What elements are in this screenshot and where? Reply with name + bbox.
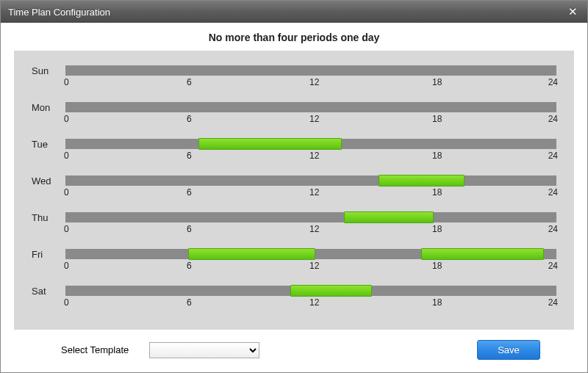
tick-label: 18 bbox=[432, 114, 442, 124]
tick-label: 12 bbox=[309, 261, 319, 271]
tick-label: 6 bbox=[187, 224, 192, 234]
day-row: Tue06121824 bbox=[32, 139, 556, 175]
close-icon[interactable]: ✕ bbox=[565, 4, 580, 19]
time-track[interactable] bbox=[65, 286, 556, 296]
tick-label: 12 bbox=[309, 187, 319, 198]
tick-label: 12 bbox=[309, 114, 319, 124]
day-label: Mon bbox=[32, 102, 65, 114]
tick-label: 0 bbox=[64, 261, 69, 271]
tick-label: 0 bbox=[64, 224, 69, 234]
tick-label: 24 bbox=[548, 151, 558, 161]
tick-row: 06121824 bbox=[65, 114, 556, 127]
day-label: Wed bbox=[32, 175, 65, 187]
tick-row: 06121824 bbox=[65, 261, 556, 274]
tick-label: 6 bbox=[187, 297, 192, 308]
track-wrap: 06121824 bbox=[65, 249, 556, 274]
tick-row: 06121824 bbox=[65, 224, 556, 237]
time-track[interactable] bbox=[65, 139, 556, 149]
tick-row: 06121824 bbox=[65, 77, 556, 90]
tick-label: 18 bbox=[432, 151, 442, 161]
time-track[interactable] bbox=[65, 175, 556, 186]
track-wrap: 06121824 bbox=[65, 212, 556, 237]
day-label: Tue bbox=[32, 139, 65, 151]
tick-label: 6 bbox=[187, 77, 192, 87]
tick-label: 12 bbox=[309, 151, 319, 161]
tick-label: 24 bbox=[548, 297, 558, 308]
track-wrap: 06121824 bbox=[65, 139, 556, 164]
template-select[interactable] bbox=[149, 342, 259, 358]
tick-label: 0 bbox=[64, 77, 69, 87]
tick-label: 0 bbox=[64, 297, 69, 308]
time-period[interactable] bbox=[198, 138, 342, 150]
tick-label: 24 bbox=[548, 114, 558, 124]
time-track[interactable] bbox=[65, 212, 556, 222]
schedule-grid: Sun06121824Mon06121824Tue06121824Wed0612… bbox=[14, 51, 574, 330]
tick-label: 24 bbox=[548, 187, 558, 198]
save-button[interactable]: Save bbox=[477, 340, 540, 360]
tick-label: 18 bbox=[432, 261, 442, 271]
time-track[interactable] bbox=[65, 249, 556, 259]
tick-row: 06121824 bbox=[65, 297, 556, 311]
tick-label: 12 bbox=[309, 297, 319, 308]
tick-label: 18 bbox=[432, 297, 442, 308]
tick-label: 6 bbox=[187, 261, 192, 271]
titlebar: Time Plan Configuration ✕ bbox=[1, 1, 587, 23]
tick-label: 12 bbox=[309, 224, 319, 234]
day-label: Fri bbox=[32, 249, 65, 261]
tick-label: 6 bbox=[187, 114, 192, 124]
tick-label: 0 bbox=[64, 187, 69, 198]
time-track[interactable] bbox=[65, 65, 556, 76]
tick-label: 6 bbox=[187, 187, 192, 198]
tick-row: 06121824 bbox=[65, 151, 556, 164]
day-label: Thu bbox=[32, 212, 65, 224]
time-period[interactable] bbox=[290, 285, 372, 297]
tick-label: 0 bbox=[64, 114, 69, 124]
day-row: Wed06121824 bbox=[32, 175, 556, 212]
footer: Select Template Save bbox=[1, 330, 587, 360]
instruction-text: No more than four periods one day bbox=[1, 23, 587, 51]
day-label: Sat bbox=[32, 286, 65, 297]
tick-label: 0 bbox=[64, 151, 69, 161]
tick-label: 24 bbox=[548, 77, 558, 87]
time-period[interactable] bbox=[344, 211, 434, 223]
day-row: Fri06121824 bbox=[32, 249, 556, 286]
tick-row: 06121824 bbox=[65, 187, 556, 200]
track-wrap: 06121824 bbox=[65, 175, 556, 200]
day-row: Thu06121824 bbox=[32, 212, 556, 249]
select-template-label: Select Template bbox=[61, 344, 129, 355]
tick-label: 18 bbox=[432, 224, 442, 234]
track-wrap: 06121824 bbox=[65, 286, 556, 311]
tick-label: 12 bbox=[309, 77, 319, 87]
tick-label: 6 bbox=[187, 151, 192, 161]
tick-label: 24 bbox=[548, 261, 558, 271]
tick-label: 18 bbox=[432, 77, 442, 87]
tick-label: 18 bbox=[432, 187, 442, 198]
time-period[interactable] bbox=[421, 248, 544, 260]
time-track[interactable] bbox=[65, 102, 556, 112]
track-wrap: 06121824 bbox=[65, 102, 556, 127]
day-row: Mon06121824 bbox=[32, 102, 556, 139]
window-title: Time Plan Configuration bbox=[8, 7, 565, 18]
time-period[interactable] bbox=[379, 175, 465, 186]
day-row: Sat06121824 bbox=[32, 286, 556, 322]
dialog-window: Time Plan Configuration ✕ No more than f… bbox=[0, 0, 588, 373]
track-wrap: 06121824 bbox=[65, 65, 556, 90]
time-period[interactable] bbox=[188, 248, 315, 260]
day-label: Sun bbox=[32, 65, 65, 77]
tick-label: 24 bbox=[548, 224, 558, 234]
day-row: Sun06121824 bbox=[32, 65, 556, 102]
